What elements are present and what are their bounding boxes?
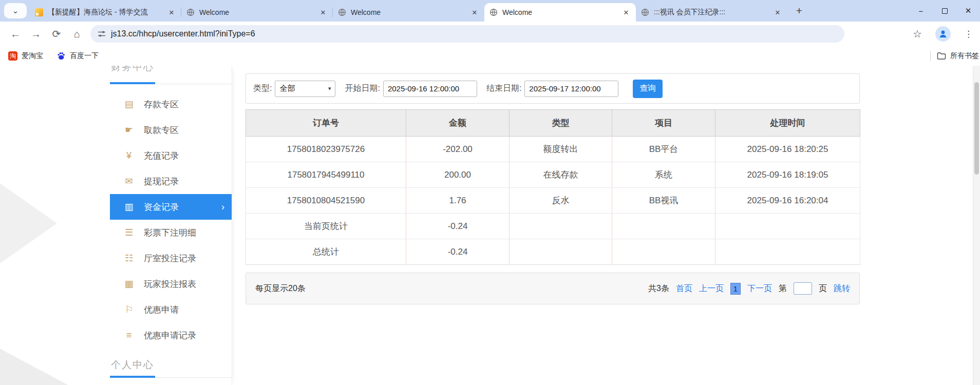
site-settings-icon[interactable] [98, 30, 106, 38]
tab-search-button[interactable]: ⌄ [4, 3, 27, 18]
close-window-button[interactable]: ✕ [956, 0, 980, 22]
cell-summary-label: 总统计 [246, 239, 406, 265]
cell-empty [510, 214, 612, 239]
tab-forum[interactable]: 【新提醒】海燕论坛 - 博学交流 ✕ [30, 3, 181, 22]
tab-title: Welcome [351, 8, 465, 16]
browser-toolbar: ← → ⟳ ⌂ js13.cc/hhcp/usercenter.html?ini… [0, 22, 980, 46]
sidebar-item-player-report[interactable]: ▦ 玩家投注报表 [110, 271, 232, 297]
sidebar-item-withdraw[interactable]: ☛ 取款专区 [110, 117, 232, 143]
scrollbar-thumb[interactable] [974, 82, 979, 175]
cell-order-id: 1758010804521590 [246, 188, 406, 214]
sidebar-item-funds-record[interactable]: ▥ 资金记录 › [110, 194, 232, 220]
page-scrollbar[interactable] [973, 66, 980, 385]
profile-avatar[interactable] [935, 26, 951, 42]
start-date-input[interactable] [383, 81, 477, 97]
cell-empty [715, 214, 860, 239]
sidebar-item-lottery-detail[interactable]: ☰ 彩票下注明细 [110, 220, 232, 245]
cell-type: 额度转出 [510, 137, 612, 162]
forum-favicon-icon [35, 8, 43, 16]
maximize-icon [942, 8, 948, 14]
bookmark-star-button[interactable]: ☆ [913, 28, 922, 40]
close-icon[interactable]: ✕ [621, 9, 631, 16]
sidebar-item-withdrawal-record[interactable]: ✉ 提现记录 [110, 168, 232, 194]
next-page-link[interactable]: 下一页 [747, 283, 772, 294]
current-page-box[interactable]: 1 [730, 283, 741, 295]
home-icon: ⌂ [74, 28, 80, 40]
bookmark-label: 百度一下 [70, 51, 99, 61]
home-button[interactable]: ⌂ [67, 24, 87, 44]
table-row-total-summary: 总统计 -0.24 [246, 239, 860, 265]
page-content: 财务中心 ▤ 存款专区 ☛ 取款专区 ¥ 充值记录 ✉ 提现记录 [0, 66, 980, 385]
cell-empty [715, 239, 860, 265]
jump-suffix-label: 页 [819, 283, 827, 294]
cell-empty [612, 239, 715, 265]
table-row-page-summary: 当前页统计 -0.24 [246, 214, 860, 239]
folder-icon [937, 52, 946, 60]
jump-page-input[interactable] [794, 282, 812, 295]
cell-amount: -0.24 [406, 239, 510, 265]
sidebar-item-label: 彩票下注明细 [144, 227, 196, 239]
cell-amount: -0.24 [406, 214, 510, 239]
cell-time: 2025-09-16 16:20:04 [715, 188, 860, 214]
table-row: 1758018023975726 -202.00 额度转出 BB平台 2025-… [246, 137, 860, 162]
sidebar-item-promo-apply[interactable]: ⚐ 优惠申请 [110, 297, 232, 322]
tab-welcome-active[interactable]: Welcome ✕ [484, 3, 636, 22]
tab-betting-record[interactable]: :::视讯 会员下注纪录::: ✕ [636, 3, 787, 22]
url-text: js13.cc/hhcp/usercenter.html?iniType=6 [111, 29, 255, 38]
cell-time: 2025-09-16 18:20:25 [715, 137, 860, 162]
close-icon[interactable]: ✕ [167, 9, 176, 16]
tab-welcome-2[interactable]: Welcome ✕ [333, 3, 484, 22]
browser-window: ⌄ 【新提醒】海燕论坛 - 博学交流 ✕ Welcome ✕ Welcome ✕… [0, 0, 980, 385]
sidebar-menu: ▤ 存款专区 ☛ 取款专区 ¥ 充值记录 ✉ 提现记录 ▥ 资金记录 [110, 91, 232, 348]
window-controls: − ✕ [909, 0, 980, 22]
type-select[interactable]: 全部 ▾ [275, 81, 335, 97]
report-icon: ▦ [123, 278, 135, 290]
reload-button[interactable]: ⟳ [46, 24, 67, 44]
close-icon[interactable]: ✕ [773, 9, 782, 16]
first-page-link[interactable]: 首页 [676, 283, 692, 294]
back-button[interactable]: ← [5, 24, 26, 44]
end-date-input[interactable] [524, 81, 618, 97]
sidebar-item-label: 资金记录 [144, 201, 179, 213]
forward-button[interactable]: → [26, 24, 46, 44]
type-select-value: 全部 [279, 84, 295, 93]
maximize-button[interactable] [933, 0, 956, 22]
cell-empty [612, 214, 715, 239]
new-tab-button[interactable]: + [791, 3, 807, 18]
sidebar-item-promo-record[interactable]: ≡ 优惠申请记录 [110, 322, 232, 348]
list-icon: ☰ [123, 227, 135, 238]
sidebar-item-deposit[interactable]: ▤ 存款专区 [110, 91, 232, 117]
baidu-paw-icon [56, 51, 66, 61]
bookmark-baidu[interactable]: 百度一下 [56, 51, 99, 61]
sidebar-item-label: 厅室投注记录 [144, 253, 196, 264]
query-button[interactable]: 查询 [633, 80, 663, 98]
plus-icon: + [796, 5, 802, 17]
globe-icon [338, 8, 346, 16]
cell-type: 反水 [510, 188, 612, 214]
jump-button[interactable]: 跳转 [834, 283, 850, 294]
section-underline [110, 374, 232, 380]
all-bookmarks-button[interactable]: 所有书签 [937, 51, 979, 61]
sidebar-item-hall-betting[interactable]: ☷ 厅室投注记录 [110, 245, 232, 271]
end-date-label: 结束日期: [486, 83, 521, 94]
address-bar[interactable]: js13.cc/hhcp/usercenter.html?iniType=6 [90, 25, 844, 43]
tab-title: Welcome [502, 8, 617, 16]
table-row: 1758010804521590 1.76 反水 BB视讯 2025-09-16… [246, 188, 860, 214]
chevron-down-icon: ⌄ [12, 6, 19, 15]
minimize-button[interactable]: − [909, 0, 933, 22]
total-count-text: 共3条 [648, 283, 669, 294]
bookmark-label: 爱淘宝 [22, 51, 43, 61]
close-icon[interactable]: ✕ [470, 9, 479, 16]
bookmark-taobao[interactable]: 淘 爱淘宝 [8, 51, 43, 61]
globe-icon [186, 8, 195, 16]
sidebar-item-recharge-record[interactable]: ¥ 充值记录 [110, 143, 232, 168]
select-arrow-icon: ▾ [328, 85, 331, 92]
prev-page-link[interactable]: 上一页 [699, 283, 724, 294]
browser-menu-button[interactable]: ⋮ [964, 29, 973, 40]
tab-welcome-1[interactable]: Welcome ✕ [181, 3, 333, 22]
close-icon[interactable]: ✕ [318, 9, 328, 16]
type-label: 类型: [253, 83, 272, 94]
cell-summary-label: 当前页统计 [246, 214, 406, 239]
col-project: 项目 [612, 110, 715, 137]
all-bookmarks-label: 所有书签 [950, 51, 979, 61]
